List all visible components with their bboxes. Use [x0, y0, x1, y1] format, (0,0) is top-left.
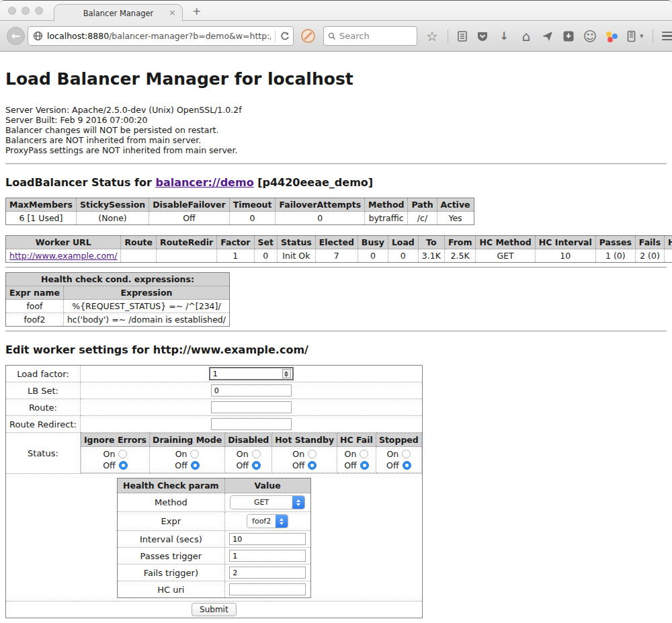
- hc-uri-input[interactable]: [229, 583, 306, 595]
- bookmark-star-icon[interactable]: ☆: [425, 30, 439, 43]
- url-host: localhost:8880: [47, 31, 109, 41]
- col-failoverattempts: FailoverAttempts: [276, 198, 365, 212]
- cell-fails: 2 (0): [635, 249, 664, 263]
- hot-standby-off-radio[interactable]: [308, 461, 317, 470]
- draining-mode-off-radio[interactable]: [191, 461, 200, 470]
- proxypass-note-line: ProxyPass settings are NOT inherited fro…: [5, 145, 667, 155]
- hc-fail-on-radio[interactable]: [360, 450, 368, 458]
- ignore-errors-off-radio[interactable]: [119, 461, 128, 470]
- hc-fail-off-radio[interactable]: [360, 461, 369, 470]
- panel-download-icon[interactable]: [562, 30, 575, 42]
- search-box[interactable]: [323, 26, 417, 46]
- downloads-icon[interactable]: ↓: [497, 30, 511, 43]
- cell-hc-interval: 10: [535, 249, 595, 263]
- col-disablefailover: DisableFailover: [149, 198, 229, 212]
- on-label: On: [386, 449, 398, 459]
- pocket-icon[interactable]: [476, 30, 489, 42]
- col-active: Active: [437, 198, 474, 212]
- interval-label: Interval (secs): [118, 531, 225, 548]
- smiley-icon[interactable]: ☺: [583, 30, 597, 43]
- window-minimize-button[interactable]: [22, 7, 30, 15]
- ignore-errors-on-radio[interactable]: [118, 450, 127, 458]
- cell-hc-method: GET: [476, 249, 535, 263]
- home-icon[interactable]: ⌂: [519, 30, 533, 43]
- method-select[interactable]: GET: [230, 495, 305, 509]
- adblock-icon[interactable]: [301, 29, 315, 43]
- url-bar[interactable]: localhost:8880/balancer-manager?b=demo&w…: [28, 26, 294, 46]
- table-header-row: MaxMembers StickySession DisableFailover…: [6, 198, 474, 212]
- col-hc-fail: HC Fail: [337, 433, 376, 447]
- load-factor-input[interactable]: [209, 367, 294, 380]
- stopped-on-radio[interactable]: [402, 450, 411, 458]
- chevron-down-icon[interactable]: ▾: [640, 32, 644, 40]
- new-tab-button[interactable]: +: [192, 5, 201, 17]
- col-status: Status: [278, 236, 316, 249]
- stopped-off-radio[interactable]: [403, 461, 411, 470]
- balancer-link[interactable]: balancer://demo: [155, 176, 253, 189]
- route-redirect-label: Route Redirect:: [6, 416, 81, 433]
- hot-standby-on-radio[interactable]: [308, 450, 317, 458]
- expr-label: Expr: [118, 512, 225, 531]
- globe-icon: [33, 31, 43, 41]
- col-timeout: Timeout: [229, 198, 276, 212]
- fails-input[interactable]: [229, 567, 306, 579]
- col-elected: Elected: [315, 236, 358, 249]
- col-from: From: [444, 236, 476, 249]
- worker-url-link[interactable]: http://www.example.com/: [9, 251, 117, 261]
- colored-dots-icon[interactable]: [605, 30, 618, 42]
- draining-mode-on-radio[interactable]: [190, 450, 199, 458]
- number-spinner[interactable]: [282, 369, 291, 378]
- on-label: On: [292, 449, 304, 459]
- cell-elected: 7: [315, 249, 358, 263]
- browser-tab[interactable]: Balancer Manager ×: [54, 4, 183, 22]
- divider: [5, 163, 667, 165]
- disabled-off-radio[interactable]: [252, 461, 261, 470]
- send-icon[interactable]: [542, 31, 554, 42]
- persist-note-line: Balancer changes will NOT be persisted o…: [5, 125, 667, 135]
- form-row-route-redirect: Route Redirect:: [6, 416, 423, 433]
- off-label: Off: [175, 460, 187, 470]
- tab-close-icon[interactable]: ×: [169, 8, 176, 17]
- cell-method: bytraffic: [365, 212, 408, 225]
- hc-row-fails: Fails trigger): [118, 565, 311, 581]
- passes-label: Passes trigger: [118, 548, 225, 565]
- col-draining-mode: Draining Mode: [150, 433, 225, 447]
- heading-suffix: [p4420eeae_demo]: [254, 176, 374, 189]
- cell-busy: 0: [358, 249, 388, 263]
- disabled-on-radio[interactable]: [252, 450, 261, 458]
- hc-uri-label: HC uri: [118, 581, 225, 598]
- submit-button[interactable]: Submit: [192, 603, 237, 616]
- expr-table-title: Health check cond. expressions:: [6, 273, 230, 286]
- form-row-hc-params: Health Check param Value Method GET: [6, 474, 423, 601]
- balancer-status-table: MaxMembers StickySession DisableFailover…: [5, 198, 474, 225]
- route-redirect-input[interactable]: [211, 418, 292, 430]
- health-check-param-table: Health Check param Value Method GET: [117, 478, 311, 598]
- search-input[interactable]: [339, 31, 413, 41]
- back-button[interactable]: ←: [7, 27, 25, 45]
- browser-window: Balancer Manager × + ← localhost:8880/ba…: [0, 0, 672, 623]
- passes-input[interactable]: [229, 550, 306, 562]
- col-load: Load: [388, 236, 418, 249]
- reload-icon[interactable]: [280, 31, 290, 42]
- col-fails: Fails: [635, 236, 664, 249]
- off-label: Off: [344, 460, 356, 470]
- menu-icon[interactable]: [662, 32, 672, 41]
- expr-select[interactable]: foof2: [247, 514, 288, 528]
- route-input[interactable]: [211, 401, 292, 413]
- device-panel-icon[interactable]: [626, 30, 636, 42]
- url-text: localhost:8880/balancer-manager?b=demo&w…: [47, 31, 271, 41]
- form-row-lb-set: LB Set:: [6, 382, 423, 399]
- col-set: Set: [254, 236, 277, 249]
- navigation-toolbar: ← localhost:8880/balancer-manager?b=demo…: [0, 21, 672, 52]
- window-controls: [8, 7, 43, 15]
- interval-input[interactable]: [229, 533, 306, 545]
- form-row-route: Route:: [6, 399, 423, 416]
- lb-set-input[interactable]: [211, 384, 292, 397]
- edit-worker-form: Load factor: LB Set: Route: Route Redire…: [5, 365, 423, 618]
- window-zoom-button[interactable]: [35, 7, 43, 15]
- window-close-button[interactable]: [8, 7, 16, 15]
- reading-list-icon[interactable]: [457, 30, 468, 42]
- toolbar-divider: [448, 30, 448, 43]
- cell-stickysession: (None): [76, 212, 149, 225]
- col-disabled: Disabled: [225, 433, 272, 447]
